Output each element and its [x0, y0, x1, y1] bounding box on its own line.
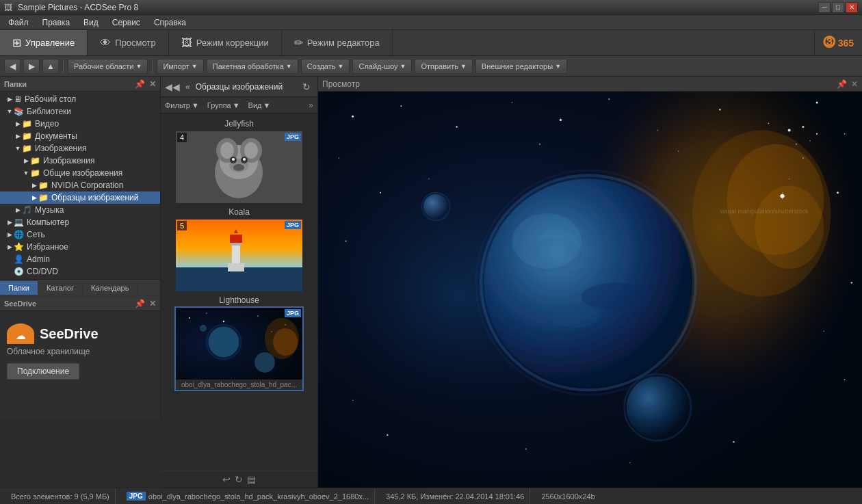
- tab-manage[interactable]: ⊞ Управление: [0, 30, 88, 55]
- scroll-controls: ↩ ↻ ▤: [161, 470, 317, 488]
- view-label: Вид: [248, 101, 262, 109]
- thumb-image-koala: [176, 220, 302, 291]
- tree-item-cd[interactable]: 💿 CD/DVD: [0, 265, 160, 278]
- workspace-arrow: ▼: [135, 63, 142, 70]
- scroll-forward-icon[interactable]: ▤: [247, 474, 256, 485]
- folders-title: Папки: [4, 80, 27, 88]
- svg-point-69: [678, 150, 679, 152]
- preview-pin-icon[interactable]: 📌: [837, 79, 847, 89]
- batch-button[interactable]: Пакетная обработка ▼: [207, 59, 298, 74]
- refresh-button[interactable]: ↻: [300, 80, 313, 94]
- svg-point-81: [512, 213, 582, 269]
- tree-item-samples[interactable]: ▶ 📁 Образцы изображений: [0, 191, 160, 204]
- thumb-item-lighthouse[interactable]: JPG oboi_dlya_rabochego_stola_hd_pac...: [176, 308, 302, 390]
- svg-point-67: [733, 441, 734, 442]
- seedrive-panel: SeeDrive 📌 ✕ ☁ See: [0, 295, 160, 419]
- menu-help[interactable]: Справка: [148, 16, 192, 29]
- maximize-button[interactable]: □: [832, 2, 844, 13]
- folders-header: Папки 📌 ✕: [0, 77, 160, 92]
- svg-point-28: [257, 315, 259, 317]
- thumb-item-koala[interactable]: 5 JPG: [176, 220, 302, 291]
- tab-folders[interactable]: Папки: [0, 281, 38, 295]
- svg-point-88: [755, 186, 824, 269]
- tree-item-computer[interactable]: ▶ 💻 Компьютер: [0, 216, 160, 228]
- send-button[interactable]: Отправить ▼: [415, 59, 472, 74]
- shared-icon: 📁: [30, 168, 40, 178]
- scroll-refresh-icon[interactable]: ↻: [235, 474, 243, 485]
- tab-calendar[interactable]: Календарь: [83, 281, 138, 295]
- tab-view[interactable]: 👁 Просмотр: [88, 30, 168, 55]
- create-button[interactable]: Создать ▼: [301, 59, 350, 74]
- view-button[interactable]: Вид ▼: [248, 101, 271, 109]
- tab-editor[interactable]: ✏ Режим редактора: [282, 30, 393, 55]
- menu-edit[interactable]: Правка: [37, 16, 76, 29]
- status-filesize: 345,2 КБ, Изменён: 22.04.2014 18:01:46: [386, 492, 524, 501]
- svg-point-36: [254, 352, 275, 373]
- menu-service[interactable]: Сервис: [107, 16, 146, 29]
- svg-point-15: [243, 158, 246, 161]
- import-button[interactable]: Импорт ▼: [157, 59, 203, 74]
- tree-item-images[interactable]: ▼ 📁 Изображения: [0, 142, 160, 155]
- svg-point-42: [352, 116, 354, 118]
- folder-tree: ▶ 🖥 Рабочий стол ▼ 📚 Библиотеки ▶ 📁 Виде…: [0, 92, 160, 279]
- tree-item-video[interactable]: ▶ 📁 Видео: [0, 118, 160, 130]
- expander-libraries: ▼: [5, 108, 14, 115]
- thumb-image-jellyfish: [176, 131, 302, 203]
- seedrive-pin-icon[interactable]: 📌: [135, 299, 145, 308]
- preview-close-icon[interactable]: ✕: [851, 79, 858, 89]
- network-icon: 🌐: [14, 230, 24, 239]
- tree-item-nvidia[interactable]: ▶ 📁 NVIDIA Corporation: [0, 179, 160, 191]
- scroll-back-icon[interactable]: ↩: [222, 474, 231, 485]
- tree-item-libraries[interactable]: ▼ 📚 Библиотеки: [0, 105, 160, 118]
- close-button[interactable]: ✕: [846, 2, 858, 13]
- status-dimensions: 2560x1600x24b: [536, 488, 600, 504]
- filter-arrow: ▼: [192, 101, 199, 109]
- seedrive-connect-button[interactable]: Подключение: [7, 363, 79, 380]
- favorites-label: Избранное: [27, 242, 68, 252]
- tab-365[interactable]: ⓷ 365: [814, 30, 862, 55]
- thumb-item-jellyfish[interactable]: 4 JPG: [176, 131, 302, 203]
- nav-back-button[interactable]: ◀: [4, 59, 21, 74]
- tree-item-favorites[interactable]: ▶ ⭐ Избранное: [0, 241, 160, 253]
- menu-file[interactable]: Файл: [3, 16, 34, 29]
- tab-correct[interactable]: 🖼 Режим коррекции: [169, 30, 282, 55]
- menu-view[interactable]: Вид: [78, 16, 104, 29]
- external-button[interactable]: Внешние редакторы ▼: [475, 59, 567, 74]
- workspace-button[interactable]: Рабочие области ▼: [68, 59, 148, 74]
- create-label: Создать: [307, 62, 336, 70]
- seedrive-header: SeeDrive 📌 ✕: [0, 296, 160, 311]
- music-label: Музыка: [35, 205, 64, 215]
- expander-shared: ▼: [22, 170, 30, 176]
- expand-button[interactable]: »: [309, 101, 313, 110]
- tree-item-shared[interactable]: ▼ 📁 Общие изображения: [0, 167, 160, 179]
- separator-2: [152, 59, 153, 73]
- minimize-button[interactable]: ─: [818, 2, 831, 13]
- separator-1: [63, 59, 64, 73]
- tree-item-desktop[interactable]: ▶ 🖥 Рабочий стол: [0, 93, 160, 105]
- nav-forward-button[interactable]: ▶: [23, 59, 40, 74]
- slideshow-button[interactable]: Слайд-шоу ▼: [352, 59, 412, 74]
- tree-item-music[interactable]: ▶ 🎵 Музыка: [0, 204, 160, 216]
- expander-network: ▶: [5, 231, 14, 238]
- svg-point-46: [560, 119, 562, 121]
- tree-item-images-sub[interactable]: ▶ 📁 Изображения: [0, 155, 160, 167]
- pin-icon[interactable]: 📌: [135, 79, 145, 89]
- tree-item-network[interactable]: ▶ 🌐 Сеть: [0, 228, 160, 241]
- import-label: Импорт: [163, 62, 189, 70]
- tree-item-admin[interactable]: 👤 Admin: [0, 253, 160, 265]
- group-button[interactable]: Группа ▼: [207, 101, 240, 109]
- music-icon: 🎵: [22, 205, 32, 215]
- svg-point-50: [768, 122, 769, 124]
- folders-close-icon[interactable]: ✕: [149, 79, 156, 89]
- nav-up-button[interactable]: ▲: [42, 59, 59, 74]
- nvidia-icon: 📁: [38, 181, 49, 190]
- tab-catalog[interactable]: Каталог: [38, 281, 83, 295]
- images-label: Изображения: [35, 144, 86, 153]
- filter-button[interactable]: Фильтр ▼: [165, 101, 199, 109]
- svg-point-25: [189, 317, 190, 319]
- seedrive-close-icon[interactable]: ✕: [149, 299, 156, 308]
- desktop-icon: 🖥: [14, 94, 22, 104]
- slideshow-label: Слайд-шоу: [358, 62, 397, 70]
- batch-label: Пакетная обработка: [213, 62, 284, 70]
- tree-item-docs[interactable]: ▶ 📁 Документы: [0, 130, 160, 142]
